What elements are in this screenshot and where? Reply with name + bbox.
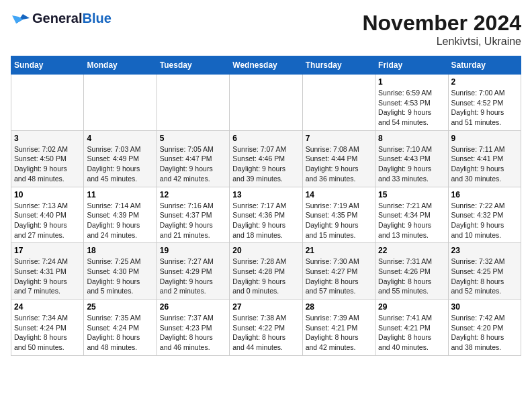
day-info: Sunrise: 7:35 AM Sunset: 4:24 PM Dayligh… — [87, 313, 153, 353]
day-number: 21 — [306, 246, 372, 255]
day-info: Sunrise: 7:07 AM Sunset: 4:46 PM Dayligh… — [232, 144, 299, 184]
calendar-cell: 14Sunrise: 7:19 AM Sunset: 4:35 PM Dayli… — [302, 187, 375, 243]
calendar-cell — [230, 75, 302, 131]
calendar-cell: 19Sunrise: 7:27 AM Sunset: 4:29 PM Dayli… — [157, 243, 229, 300]
day-info: Sunrise: 7:03 AM Sunset: 4:49 PM Dayligh… — [87, 144, 153, 184]
calendar-cell: 10Sunrise: 7:13 AM Sunset: 4:40 PM Dayli… — [11, 187, 84, 243]
day-number: 29 — [378, 302, 445, 312]
calendar-cell: 22Sunrise: 7:31 AM Sunset: 4:26 PM Dayli… — [375, 243, 448, 300]
day-info: Sunrise: 7:10 AM Sunset: 4:43 PM Dayligh… — [378, 144, 445, 184]
day-info: Sunrise: 7:41 AM Sunset: 4:21 PM Dayligh… — [378, 313, 445, 353]
day-number: 8 — [378, 134, 445, 143]
calendar-cell — [157, 75, 229, 131]
calendar-cell — [11, 75, 84, 131]
calendar-cell: 16Sunrise: 7:22 AM Sunset: 4:32 PM Dayli… — [448, 187, 521, 243]
day-info: Sunrise: 7:32 AM Sunset: 4:25 PM Dayligh… — [451, 257, 518, 296]
calendar-week-row: 24Sunrise: 7:34 AM Sunset: 4:24 PM Dayli… — [11, 300, 521, 356]
calendar-cell: 5Sunrise: 7:05 AM Sunset: 4:47 PM Daylig… — [157, 130, 229, 187]
day-number: 4 — [87, 134, 153, 143]
calendar-cell: 1Sunrise: 6:59 AM Sunset: 4:53 PM Daylig… — [375, 75, 448, 131]
weekday-header: Sunday — [11, 56, 84, 75]
day-info: Sunrise: 7:21 AM Sunset: 4:34 PM Dayligh… — [378, 201, 445, 240]
weekday-header: Friday — [375, 56, 448, 75]
page-title: November 2024 — [362, 11, 521, 36]
day-info: Sunrise: 7:02 AM Sunset: 4:50 PM Dayligh… — [14, 144, 81, 184]
day-info: Sunrise: 7:13 AM Sunset: 4:40 PM Dayligh… — [14, 201, 81, 240]
calendar-header: SundayMondayTuesdayWednesdayThursdayFrid… — [11, 56, 521, 75]
day-number: 27 — [232, 302, 299, 312]
day-number: 5 — [160, 134, 226, 143]
day-info: Sunrise: 7:22 AM Sunset: 4:32 PM Dayligh… — [451, 201, 518, 240]
day-info: Sunrise: 7:24 AM Sunset: 4:31 PM Dayligh… — [14, 257, 81, 296]
calendar-cell: 15Sunrise: 7:21 AM Sunset: 4:34 PM Dayli… — [375, 187, 448, 243]
day-number: 10 — [14, 190, 81, 199]
calendar-cell: 4Sunrise: 7:03 AM Sunset: 4:49 PM Daylig… — [84, 130, 157, 187]
day-number: 13 — [232, 190, 299, 199]
calendar-cell: 9Sunrise: 7:11 AM Sunset: 4:41 PM Daylig… — [448, 130, 521, 187]
calendar-cell: 6Sunrise: 7:07 AM Sunset: 4:46 PM Daylig… — [230, 130, 302, 187]
day-number: 28 — [306, 302, 372, 312]
day-number: 30 — [451, 302, 518, 312]
calendar-cell: 24Sunrise: 7:34 AM Sunset: 4:24 PM Dayli… — [11, 300, 84, 356]
day-number: 11 — [87, 190, 153, 199]
logo: GeneralBlue — [11, 11, 112, 26]
day-info: Sunrise: 7:11 AM Sunset: 4:41 PM Dayligh… — [451, 144, 518, 184]
calendar-cell: 18Sunrise: 7:25 AM Sunset: 4:30 PM Dayli… — [84, 243, 157, 300]
day-info: Sunrise: 6:59 AM Sunset: 4:53 PM Dayligh… — [378, 88, 445, 128]
calendar-cell: 8Sunrise: 7:10 AM Sunset: 4:43 PM Daylig… — [375, 130, 448, 187]
calendar-week-row: 1Sunrise: 6:59 AM Sunset: 4:53 PM Daylig… — [11, 75, 521, 131]
weekday-header: Wednesday — [230, 56, 302, 75]
day-info: Sunrise: 7:42 AM Sunset: 4:20 PM Dayligh… — [451, 313, 518, 353]
day-number: 14 — [306, 190, 372, 199]
day-number: 20 — [232, 246, 299, 255]
day-info: Sunrise: 7:19 AM Sunset: 4:35 PM Dayligh… — [306, 201, 372, 240]
calendar-cell: 12Sunrise: 7:16 AM Sunset: 4:37 PM Dayli… — [157, 187, 229, 243]
day-info: Sunrise: 7:27 AM Sunset: 4:29 PM Dayligh… — [160, 257, 226, 296]
day-number: 17 — [14, 246, 81, 255]
calendar-cell: 28Sunrise: 7:39 AM Sunset: 4:21 PM Dayli… — [302, 300, 375, 356]
day-info: Sunrise: 7:08 AM Sunset: 4:44 PM Dayligh… — [306, 144, 372, 184]
day-number: 23 — [451, 246, 518, 255]
day-number: 12 — [160, 190, 226, 199]
weekday-header: Monday — [84, 56, 157, 75]
calendar-cell: 11Sunrise: 7:14 AM Sunset: 4:39 PM Dayli… — [84, 187, 157, 243]
calendar-cell: 13Sunrise: 7:17 AM Sunset: 4:36 PM Dayli… — [230, 187, 302, 243]
logo-general: General — [32, 11, 82, 26]
calendar-cell: 2Sunrise: 7:00 AM Sunset: 4:52 PM Daylig… — [448, 75, 521, 131]
day-info: Sunrise: 7:37 AM Sunset: 4:23 PM Dayligh… — [160, 313, 226, 353]
logo-bird-icon — [11, 11, 31, 26]
calendar-cell: 27Sunrise: 7:38 AM Sunset: 4:22 PM Dayli… — [230, 300, 302, 356]
logo-blue: Blue — [82, 11, 111, 26]
day-info: Sunrise: 7:34 AM Sunset: 4:24 PM Dayligh… — [14, 313, 81, 353]
day-number: 22 — [378, 246, 445, 255]
day-info: Sunrise: 7:25 AM Sunset: 4:30 PM Dayligh… — [87, 257, 153, 296]
day-number: 15 — [378, 190, 445, 199]
page-subtitle: Lenkivtsi, Ukraine — [362, 36, 521, 48]
day-number: 18 — [87, 246, 153, 255]
calendar-cell: 30Sunrise: 7:42 AM Sunset: 4:20 PM Dayli… — [448, 300, 521, 356]
calendar-cell — [302, 75, 375, 131]
day-info: Sunrise: 7:31 AM Sunset: 4:26 PM Dayligh… — [378, 257, 445, 296]
calendar-table: SundayMondayTuesdayWednesdayThursdayFrid… — [11, 56, 521, 356]
day-info: Sunrise: 7:16 AM Sunset: 4:37 PM Dayligh… — [160, 201, 226, 240]
day-number: 26 — [160, 302, 226, 312]
day-number: 7 — [306, 134, 372, 143]
day-info: Sunrise: 7:00 AM Sunset: 4:52 PM Dayligh… — [451, 88, 518, 128]
calendar-cell: 3Sunrise: 7:02 AM Sunset: 4:50 PM Daylig… — [11, 130, 84, 187]
day-info: Sunrise: 7:38 AM Sunset: 4:22 PM Dayligh… — [232, 313, 299, 353]
day-info: Sunrise: 7:05 AM Sunset: 4:47 PM Dayligh… — [160, 144, 226, 184]
calendar-cell: 25Sunrise: 7:35 AM Sunset: 4:24 PM Dayli… — [84, 300, 157, 356]
day-number: 16 — [451, 190, 518, 199]
weekday-header: Tuesday — [157, 56, 229, 75]
day-number: 25 — [87, 302, 153, 312]
calendar-cell: 20Sunrise: 7:28 AM Sunset: 4:28 PM Dayli… — [230, 243, 302, 300]
weekday-header: Saturday — [448, 56, 521, 75]
calendar-week-row: 3Sunrise: 7:02 AM Sunset: 4:50 PM Daylig… — [11, 130, 521, 187]
day-info: Sunrise: 7:17 AM Sunset: 4:36 PM Dayligh… — [232, 201, 299, 240]
title-block: November 2024 Lenkivtsi, Ukraine — [362, 11, 521, 48]
calendar-week-row: 17Sunrise: 7:24 AM Sunset: 4:31 PM Dayli… — [11, 243, 521, 300]
page-header: GeneralBlue November 2024 Lenkivtsi, Ukr… — [11, 11, 521, 48]
calendar-cell — [84, 75, 157, 131]
day-info: Sunrise: 7:14 AM Sunset: 4:39 PM Dayligh… — [87, 201, 153, 240]
calendar-week-row: 10Sunrise: 7:13 AM Sunset: 4:40 PM Dayli… — [11, 187, 521, 243]
